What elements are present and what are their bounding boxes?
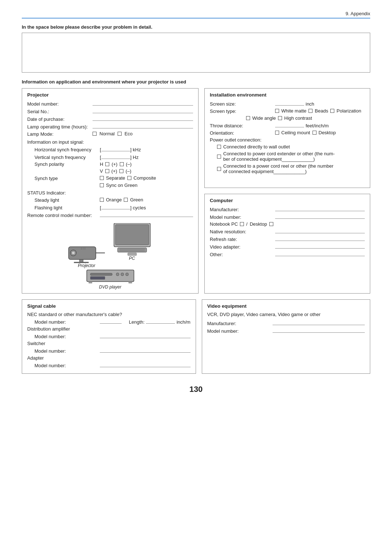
model-number-value[interactable]	[93, 101, 193, 106]
direct-outlet-checkbox[interactable]	[217, 145, 221, 149]
computer-model-value[interactable]	[275, 214, 365, 219]
page-number: 130	[22, 385, 370, 394]
orientation-options: Ceiling mount Desktop	[275, 130, 336, 135]
computer-manufacturer-value[interactable]	[275, 206, 365, 211]
native-resolution-label: Native resolution:	[210, 229, 275, 234]
nec-standard-label: NEC standard or other manufacturer's cab…	[27, 312, 122, 317]
date-purchase-label: Date of purchase:	[27, 116, 93, 122]
refresh-rate-value[interactable]	[275, 236, 365, 241]
white-matte-checkbox[interactable]	[275, 109, 279, 113]
composite-checkbox[interactable]	[127, 176, 131, 180]
h-synch-label: Horizontal synch frequency	[34, 147, 100, 152]
v-synch-row: Vertical synch frequency [ ] Hz	[34, 154, 193, 160]
adapter-model-value[interactable]	[100, 362, 191, 367]
native-resolution-value[interactable]	[275, 228, 365, 233]
projector-diagram-svg	[67, 239, 107, 263]
wide-angle-checkbox[interactable]	[246, 116, 250, 120]
serial-no-value[interactable]	[93, 108, 193, 113]
main-info-columns: Projector Model number: Serial No.: Date…	[22, 88, 370, 294]
adapter-row: Adapter	[27, 355, 191, 361]
v-synch-unit: ] Hz	[130, 155, 139, 160]
power-outlet-label: Power outlet connection:	[210, 137, 261, 143]
v-synch-value[interactable]	[101, 154, 130, 159]
date-purchase-value[interactable]	[93, 116, 193, 121]
separate-checkbox[interactable]	[100, 176, 104, 180]
synch-type-label: Synch type	[34, 176, 100, 181]
ceiling-mount-checkbox[interactable]	[275, 131, 279, 135]
video-adapter-value[interactable]	[275, 243, 365, 249]
sync-green-checkbox[interactable]	[100, 183, 104, 187]
desktop-checkbox[interactable]	[269, 222, 273, 226]
notebook-checkbox[interactable]	[240, 222, 244, 226]
reel-checkbox[interactable]	[217, 167, 221, 171]
signal-cable-box: Signal cable NEC standard or other manuf…	[22, 299, 196, 374]
desktop-orientation-checkbox[interactable]	[313, 131, 317, 135]
signal-model-value[interactable]	[100, 319, 122, 324]
svg-rect-10	[115, 225, 149, 245]
svg-rect-17	[90, 273, 112, 275]
v-plus-checkbox[interactable]	[105, 169, 109, 173]
remote-control-label: Remote control model number:	[27, 213, 100, 218]
throw-distance-value[interactable]	[275, 122, 304, 127]
video-manufacturer-value[interactable]	[273, 320, 365, 325]
screen-type-row: Screen type: White matte Beads Polarizat…	[210, 108, 365, 114]
h-plus-checkbox[interactable]	[105, 162, 109, 166]
video-equipment-box: Video equipment VCR, DVD player, Video c…	[202, 299, 370, 374]
signal-model-row: Model number: Length: inch/m	[34, 319, 191, 325]
high-contrast-checkbox[interactable]	[278, 116, 282, 120]
length-value[interactable]	[146, 319, 175, 324]
video-model-value[interactable]	[273, 328, 365, 333]
bottom-columns: Signal cable NEC standard or other manuf…	[22, 299, 370, 374]
screen-size-value[interactable]	[275, 101, 304, 106]
screen-size-row: Screen size: inch	[210, 101, 365, 107]
diagram-area: Projector PC	[27, 220, 193, 272]
lamp-mode-label: Lamp Mode:	[27, 131, 93, 137]
orange-checkbox[interactable]	[100, 198, 104, 202]
adapter-label: Adapter	[27, 355, 44, 361]
projector-box-title: Projector	[27, 92, 193, 98]
video-model-row: Model number:	[207, 328, 365, 334]
green-checkbox[interactable]	[124, 198, 128, 202]
remote-control-row: Remote control model number:	[27, 212, 193, 218]
flashing-value[interactable]	[101, 204, 130, 209]
section-header: 9. Appendix	[22, 11, 370, 19]
v-minus-checkbox[interactable]	[119, 169, 123, 173]
video-manufacturer-row: Manufacturer:	[207, 320, 365, 326]
high-contrast-label: High contrast	[284, 115, 312, 121]
normal-checkbox[interactable]	[93, 132, 97, 136]
dist-model-value[interactable]	[100, 333, 191, 338]
right-column: Installation environment Screen size: in…	[204, 88, 370, 294]
length-unit: inch/m	[176, 319, 190, 325]
pc-diagram-label: PC	[129, 256, 135, 261]
h-plus-label: (+)	[111, 161, 117, 167]
computer-model-row: Model number:	[210, 214, 365, 220]
beads-checkbox[interactable]	[309, 109, 313, 113]
polarization-checkbox[interactable]	[330, 109, 334, 113]
length-label: Length:	[129, 319, 144, 325]
svg-rect-21	[90, 276, 105, 279]
extender-checkbox[interactable]	[217, 155, 221, 159]
other-value[interactable]	[275, 251, 365, 256]
sync-on-green-row: Sync on Green	[100, 183, 193, 188]
computer-box-title: Computer	[210, 198, 365, 203]
serial-no-row: Serial No.:	[27, 108, 193, 114]
synch-polarity-label: Synch polarity	[34, 161, 100, 167]
h-minus-checkbox[interactable]	[120, 162, 124, 166]
pc-diagram-item: PC	[110, 223, 154, 261]
extender-label: Connected to power cord extender or othe…	[223, 151, 335, 162]
eco-checkbox[interactable]	[118, 132, 122, 136]
green-label: Green	[130, 197, 143, 202]
installation-box: Installation environment Screen size: in…	[204, 88, 370, 188]
lamp-hours-value[interactable]	[93, 123, 193, 128]
steady-light-options: Orange Green	[100, 197, 143, 202]
switcher-model-value[interactable]	[100, 348, 191, 353]
switcher-model-label: Model number:	[34, 348, 100, 354]
problem-input-area[interactable]	[22, 33, 370, 73]
synch-type-row: Synch type Separate Composite	[34, 175, 193, 181]
power-direct-row: Connected directly to wall outlet	[217, 144, 365, 149]
notebook-desktop-options: Notebook PC / Desktop	[210, 221, 273, 227]
remote-control-value[interactable]	[100, 212, 193, 217]
signal-model-label: Model number:	[34, 319, 100, 325]
normal-label: Normal	[99, 131, 115, 136]
h-synch-value[interactable]	[101, 146, 130, 151]
